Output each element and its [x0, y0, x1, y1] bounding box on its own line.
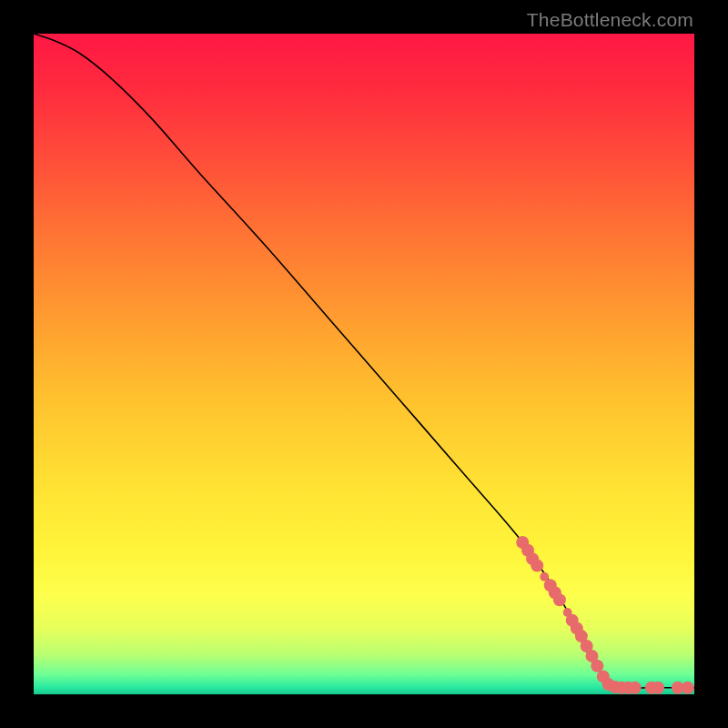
- data-marker: [682, 682, 694, 694]
- data-marker: [652, 682, 664, 694]
- chart-container: TheBottleneck.com: [0, 0, 728, 728]
- plot-area: [34, 34, 694, 694]
- chart-svg: [34, 34, 694, 694]
- data-marker: [629, 682, 642, 694]
- data-marker: [531, 559, 543, 571]
- bottleneck-curve: [34, 34, 694, 688]
- data-marker: [553, 593, 566, 606]
- attribution-text: TheBottleneck.com: [527, 9, 693, 31]
